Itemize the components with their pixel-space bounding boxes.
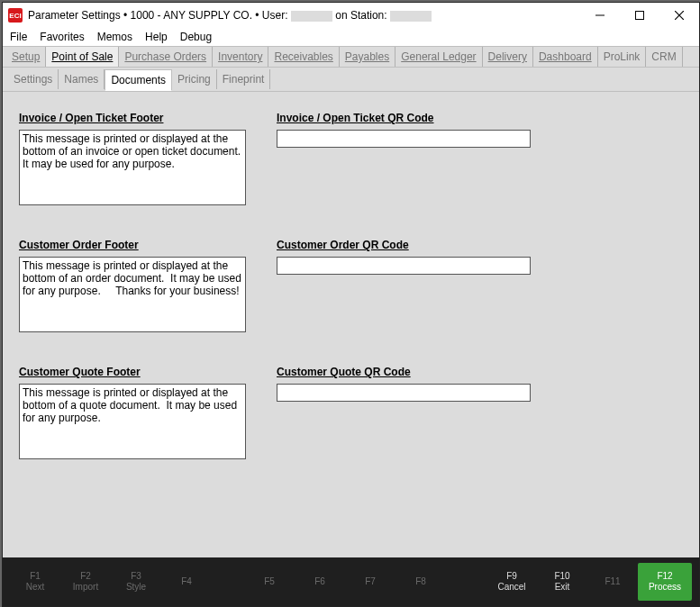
input-quote-footer[interactable] bbox=[19, 384, 246, 459]
fn-f6[interactable]: F6 bbox=[295, 563, 345, 601]
row-order: Customer Order Footer Customer Order QR … bbox=[19, 239, 683, 335]
fn-f8[interactable]: F8 bbox=[395, 563, 446, 601]
input-order-footer[interactable] bbox=[19, 257, 246, 332]
function-key-bar: F1Next F2Import F3Style F4 F5 F6 F7 F8 F… bbox=[3, 557, 699, 606]
subtab-settings[interactable]: Settings bbox=[8, 69, 59, 89]
label-invoice-qr: Invoice / Open Ticket QR Code bbox=[277, 112, 531, 124]
window-title: Parameter Settings • 1000 - ANY SUPPLY C… bbox=[28, 9, 580, 22]
fn-f9-cancel[interactable]: F9Cancel bbox=[486, 563, 537, 601]
label-order-qr: Customer Order QR Code bbox=[277, 239, 531, 251]
menu-file[interactable]: File bbox=[10, 31, 27, 43]
fn-f10-exit[interactable]: F10Exit bbox=[537, 563, 587, 601]
input-invoice-footer[interactable] bbox=[19, 130, 246, 205]
menu-bar: File Favorites Memos Help Debug bbox=[3, 28, 699, 46]
input-quote-qr[interactable] bbox=[277, 384, 531, 402]
row-invoice: Invoice / Open Ticket Footer Invoice / O… bbox=[19, 112, 683, 208]
maximize-button[interactable] bbox=[620, 3, 659, 28]
input-order-qr[interactable] bbox=[277, 257, 531, 275]
main-tab-bar: Setup Point of Sale Purchase Orders Inve… bbox=[3, 46, 699, 68]
fn-f1[interactable]: F1Next bbox=[10, 563, 60, 601]
sub-tab-bar: Settings Names Documents Pricing Finepri… bbox=[3, 68, 699, 92]
tab-prolink[interactable]: ProLink bbox=[598, 47, 647, 67]
app-icon: ECI bbox=[8, 8, 23, 23]
subtab-pricing[interactable]: Pricing bbox=[172, 69, 217, 89]
menu-debug[interactable]: Debug bbox=[180, 31, 212, 43]
station-redacted bbox=[390, 11, 432, 22]
fn-f12-process[interactable]: F12Process bbox=[638, 563, 692, 601]
user-redacted bbox=[291, 11, 332, 22]
tab-delivery[interactable]: Delivery bbox=[483, 47, 533, 67]
title-mid: on Station: bbox=[335, 9, 386, 22]
input-invoice-qr[interactable] bbox=[277, 130, 531, 148]
minimize-button[interactable] bbox=[580, 3, 620, 28]
subtab-fineprint[interactable]: Fineprint bbox=[217, 69, 271, 89]
menu-memos[interactable]: Memos bbox=[97, 31, 132, 43]
fn-f4[interactable]: F4 bbox=[161, 563, 212, 601]
label-invoice-footer: Invoice / Open Ticket Footer bbox=[19, 112, 244, 124]
window-controls bbox=[580, 3, 699, 28]
subtab-names[interactable]: Names bbox=[59, 69, 105, 89]
menu-help[interactable]: Help bbox=[145, 31, 168, 43]
label-order-footer: Customer Order Footer bbox=[19, 239, 244, 251]
tab-setup[interactable]: Setup bbox=[6, 47, 46, 67]
tab-receivables[interactable]: Receivables bbox=[268, 47, 339, 67]
fn-f3[interactable]: F3Style bbox=[111, 563, 161, 601]
tab-dashboard[interactable]: Dashboard bbox=[533, 47, 598, 67]
tab-general-ledger[interactable]: General Ledger bbox=[395, 47, 482, 67]
row-quote: Customer Quote Footer Customer Quote QR … bbox=[19, 366, 683, 462]
label-quote-qr: Customer Quote QR Code bbox=[277, 366, 531, 378]
tab-crm[interactable]: CRM bbox=[646, 47, 682, 67]
fn-f7[interactable]: F7 bbox=[345, 563, 395, 601]
svg-rect-1 bbox=[636, 12, 644, 20]
app-window: ECI Parameter Settings • 1000 - ANY SUPP… bbox=[2, 2, 700, 607]
title-prefix: Parameter Settings • 1000 - ANY SUPPLY C… bbox=[28, 9, 288, 22]
fn-f5[interactable]: F5 bbox=[244, 563, 295, 601]
fn-f2[interactable]: F2Import bbox=[60, 563, 111, 601]
close-button[interactable] bbox=[659, 3, 699, 28]
subtab-documents[interactable]: Documents bbox=[105, 69, 172, 91]
tab-payables[interactable]: Payables bbox=[340, 47, 395, 67]
fn-f11[interactable]: F11 bbox=[587, 563, 638, 601]
tab-inventory[interactable]: Inventory bbox=[213, 47, 268, 67]
label-quote-footer: Customer Quote Footer bbox=[19, 366, 244, 378]
title-bar: ECI Parameter Settings • 1000 - ANY SUPP… bbox=[3, 3, 699, 28]
menu-favorites[interactable]: Favorites bbox=[40, 31, 84, 43]
tab-point-of-sale[interactable]: Point of Sale bbox=[46, 47, 119, 67]
content-area: Invoice / Open Ticket Footer Invoice / O… bbox=[3, 92, 699, 557]
tab-purchase-orders[interactable]: Purchase Orders bbox=[119, 47, 213, 67]
